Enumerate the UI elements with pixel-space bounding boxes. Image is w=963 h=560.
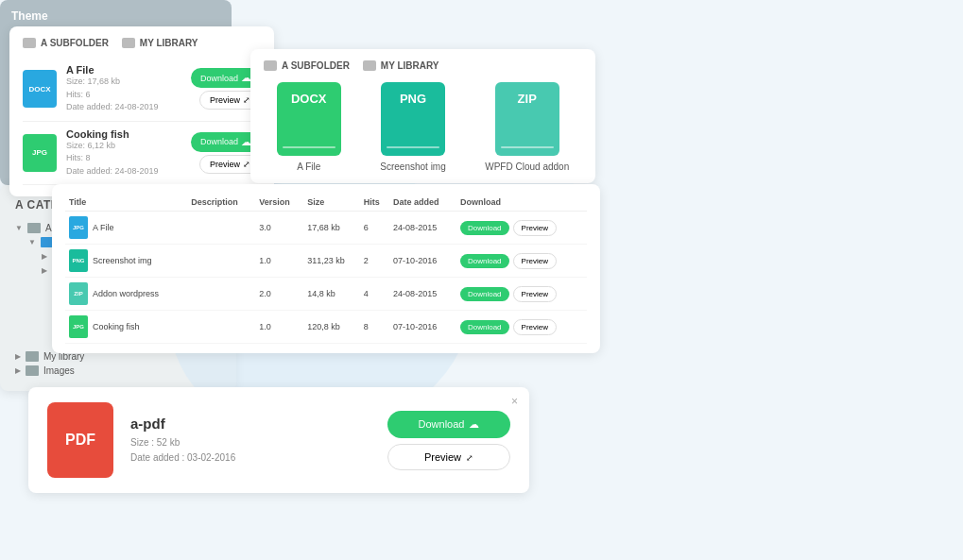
grid-tab-library[interactable]: MY LIBRARY — [363, 60, 439, 71]
file-detail: Size: 6,12 kb Hits: 8 Date added: 24-08-… — [66, 140, 181, 178]
expand-icon — [466, 451, 473, 463]
col-hits: Hits — [360, 194, 389, 212]
table-row: ZIPAddon wordpress 2.0 14,8 kb 4 24-08-2… — [65, 278, 587, 311]
list-card: A SUBFOLDER MY LIBRARY DOCX A File Size:… — [9, 26, 274, 196]
list-tab-library[interactable]: MY LIBRARY — [122, 38, 198, 48]
list-item: DOCX A File Size: 17,68 kb Hits: 6 Date … — [23, 58, 261, 122]
table-card: Title Description Version Size Hits Date… — [52, 184, 600, 353]
row-thumb: JPG — [69, 216, 88, 239]
folder-icon — [363, 60, 376, 71]
cloud-icon — [469, 418, 479, 431]
table-preview-button[interactable]: Preview — [513, 286, 557, 302]
grid-thumb-docx: DOCX — [277, 82, 341, 156]
folder-icon — [23, 38, 36, 48]
row-thumb: JPG — [69, 315, 88, 338]
file-detail: Size: 17,68 kb Hits: 6 Date added: 24-08… — [66, 76, 181, 114]
detail-filename: a-pdf — [130, 416, 370, 432]
col-download: Download — [456, 194, 587, 212]
grid-items: DOCX A File PNG Screenshot img ZIP WPFD … — [264, 82, 582, 172]
col-size: Size — [303, 194, 360, 212]
grid-card-header: A SUBFOLDER MY LIBRARY — [264, 60, 582, 71]
table-row: JPGCooking fish 1.0 120,8 kb 8 07-10-201… — [65, 311, 587, 344]
row-thumb: PNG — [69, 249, 88, 272]
grid-thumb-zip: ZIP — [495, 82, 559, 156]
grid-thumb-png: PNG — [381, 82, 445, 156]
grid-item-docx[interactable]: DOCX A File — [277, 82, 341, 172]
table-download-button[interactable]: Download — [460, 287, 509, 301]
grid-item-png[interactable]: PNG Screenshot img — [380, 82, 445, 172]
folder-icon — [26, 365, 39, 376]
folder-icon — [122, 38, 135, 48]
files-table: Title Description Version Size Hits Date… — [65, 194, 587, 344]
close-button[interactable]: × — [511, 395, 518, 408]
table-row: JPGA File 3.0 17,68 kb 6 24-08-2015 Down… — [65, 212, 587, 245]
expand-icon — [243, 160, 250, 169]
file-name: A File — [66, 64, 181, 76]
table-download-button[interactable]: Download — [460, 254, 509, 268]
list-item: JPG Cooking fish Size: 6,12 kb Hits: 8 D… — [23, 122, 261, 186]
col-version: Version — [255, 194, 303, 212]
detail-card: × PDF a-pdf Size : 52 kb Date added : 03… — [28, 387, 529, 493]
pdf-icon: PDF — [47, 402, 113, 478]
detail-meta: a-pdf Size : 52 kb Date added : 03-02-20… — [130, 416, 370, 466]
table-preview-button[interactable]: Preview — [513, 319, 557, 335]
folder-icon — [264, 60, 277, 71]
theme-title: Theme — [11, 9, 220, 23]
table-preview-button[interactable]: Preview — [513, 253, 557, 269]
grid-card: A SUBFOLDER MY LIBRARY DOCX A File PNG S… — [250, 49, 595, 183]
table-download-button[interactable]: Download — [460, 320, 509, 334]
list-card-header: A SUBFOLDER MY LIBRARY — [23, 38, 261, 48]
detail-download-button[interactable]: Download — [387, 411, 510, 438]
detail-actions: Download Preview — [387, 411, 510, 470]
detail-info: Size : 52 kb Date added : 03-02-2016 — [130, 435, 370, 466]
file-thumb-jpg: JPG — [23, 134, 57, 172]
col-desc: Description — [187, 194, 255, 212]
table-preview-button[interactable]: Preview — [513, 220, 557, 236]
expand-icon — [243, 95, 250, 105]
col-title: Title — [65, 194, 187, 212]
table-row: PNGScreenshot img 1.0 311,23 kb 2 07-10-… — [65, 245, 587, 278]
col-date: Date added — [389, 194, 456, 212]
file-name: Cooking fish — [66, 128, 181, 140]
grid-tab-subfolder[interactable]: A SUBFOLDER — [264, 60, 350, 71]
folder-icon — [27, 223, 41, 233]
detail-preview-button[interactable]: Preview — [387, 444, 510, 470]
file-meta: Cooking fish Size: 6,12 kb Hits: 8 Date … — [66, 128, 181, 178]
list-tab-subfolder[interactable]: A SUBFOLDER — [23, 38, 109, 48]
grid-item-zip[interactable]: ZIP WPFD Cloud addon — [485, 82, 569, 172]
file-thumb-docx: DOCX — [23, 70, 57, 108]
row-thumb: ZIP — [69, 282, 88, 305]
table-download-button[interactable]: Download — [460, 221, 509, 235]
file-meta: A File Size: 17,68 kb Hits: 6 Date added… — [66, 64, 181, 114]
folder-icon — [26, 351, 39, 362]
